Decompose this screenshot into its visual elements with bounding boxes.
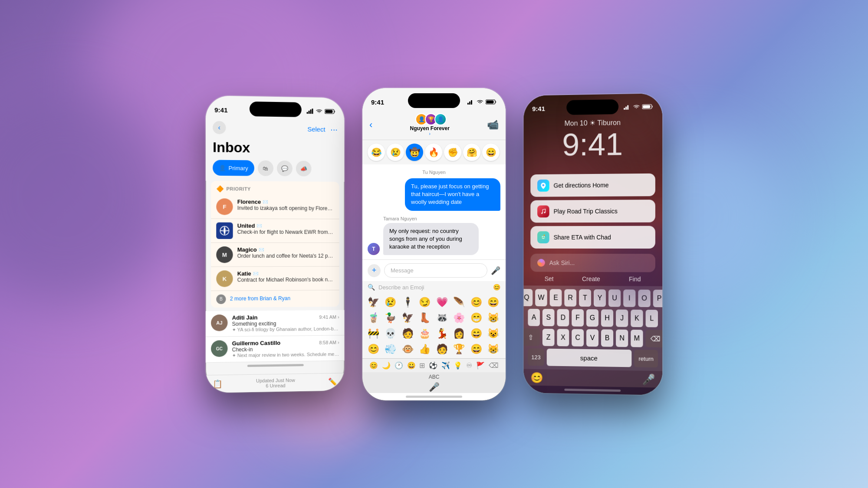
kbd-space[interactable]: space [546, 349, 631, 367]
kbd-j[interactable]: J [616, 309, 628, 327]
mail-compose-icon[interactable]: 📋 [213, 379, 222, 389]
siri-suggestion-directions[interactable]: Get directions Home [530, 174, 655, 197]
emoji-cell[interactable]: 👢 [418, 311, 432, 325]
siri-ask-bar[interactable]: Ask Siri... [530, 254, 655, 272]
kbd-l[interactable]: L [646, 310, 658, 328]
kbd-q[interactable]: Q [524, 289, 533, 306]
kbd-f[interactable]: F [572, 309, 584, 327]
messages-video-button[interactable]: 📹 [487, 119, 499, 130]
emoji-cell[interactable]: 😊 [469, 295, 483, 310]
kbd-shift[interactable]: ⇧ [524, 328, 540, 346]
emoji-cell[interactable]: 🦅 [400, 311, 415, 325]
mail-tab-primary[interactable]: 👤 Primary [213, 160, 254, 176]
emoji-toolbar-objects[interactable]: 💡 [454, 361, 462, 370]
kbd-k[interactable]: K [631, 310, 643, 327]
mail-tab-shopping[interactable]: 🛍 [258, 160, 273, 176]
emoji-toolbar-smiley[interactable]: 😊 [369, 361, 378, 370]
reaction-btn-5[interactable]: 🤗 [463, 144, 480, 161]
emoji-toolbar-moon[interactable]: 🌙 [382, 361, 391, 370]
reaction-btn-3[interactable]: 🔥 [425, 144, 442, 161]
mail-back-button[interactable]: ‹ [213, 121, 226, 134]
emoji-cell[interactable]: 😁 [469, 311, 483, 325]
mail-edit-icon[interactable]: ✏️ [328, 377, 338, 386]
message-mic-button[interactable]: 🎤 [491, 265, 500, 275]
mail-tab-promo[interactable]: 📣 [296, 160, 312, 176]
emoji-cell[interactable]: 🕴 [400, 295, 415, 310]
more-from-row[interactable]: B 2 more from Brian & Ryan [211, 290, 339, 308]
kbd-t[interactable]: T [579, 289, 591, 307]
kbd-v[interactable]: V [586, 329, 598, 347]
kbd-b[interactable]: B [601, 329, 613, 347]
message-input[interactable]: Message [384, 263, 487, 278]
mail-tab-chat[interactable]: 💬 [277, 160, 293, 176]
keyboard-mic-icon[interactable]: 🎤 [429, 382, 440, 392]
emoji-cell[interactable]: 🌸 [452, 311, 467, 325]
siri-suggestion-eta[interactable]: Share ETA with Chad [530, 226, 655, 249]
emoji-cell[interactable]: 🦝 [434, 311, 449, 325]
mail-more-button[interactable]: ··· [330, 124, 337, 134]
kbd-123[interactable]: 123 [528, 348, 544, 366]
kbd-e[interactable]: E [550, 289, 562, 306]
mail-item-aditi[interactable]: AJ Aditi Jain 9:41 AM › Something exciti… [206, 310, 345, 337]
emoji-cell[interactable]: 😄 [469, 342, 483, 357]
messages-back-button[interactable]: ‹ [369, 119, 372, 130]
emoji-cell[interactable]: 🧑 [434, 342, 449, 357]
reaction-btn-6[interactable]: 😄 [482, 144, 500, 161]
lock-mic-button[interactable]: 🎤 [642, 373, 655, 386]
kbd-delete[interactable]: ⌫ [646, 330, 663, 347]
kbd-g[interactable]: G [586, 309, 598, 327]
mail-item-united[interactable]: United ✉️ Check-in for flight to Newark … [211, 219, 339, 242]
emoji-cell[interactable]: 😺 [486, 326, 501, 341]
emoji-search-input[interactable]: Describe an Emoji [378, 284, 490, 290]
kbd-r[interactable]: R [564, 289, 576, 307]
emoji-cell[interactable]: 🐵 [400, 342, 415, 357]
emoji-cell[interactable]: 💀 [383, 326, 398, 341]
emoji-cell[interactable]: 💗 [434, 295, 449, 310]
mail-select-button[interactable]: Select [307, 125, 325, 132]
emoji-cell[interactable]: 😸 [486, 311, 501, 325]
emoji-cell[interactable]: 👩 [452, 326, 467, 341]
kbd-a[interactable]: A [528, 309, 540, 326]
siri-suggestion-music[interactable]: Play Road Trip Classics [530, 200, 655, 223]
emoji-cell[interactable]: 🧑 [400, 326, 415, 341]
siri-action-find[interactable]: Find [629, 275, 641, 282]
emoji-cell[interactable]: 😄 [486, 295, 501, 310]
emoji-toolbar-activity[interactable]: ⚽ [429, 361, 437, 370]
kbd-z[interactable]: Z [542, 329, 555, 346]
emoji-cell[interactable]: 🦅 [366, 295, 381, 310]
messages-group-info[interactable]: 👤 🏆 👤 Nguyen Forever › [410, 113, 449, 136]
emoji-cell[interactable]: 😏 [418, 295, 432, 310]
mail-item-guillermo[interactable]: GC Guillermo Castillo 8:58 AM › Check-in… [206, 335, 345, 363]
emoji-cell[interactable]: 🪶 [452, 295, 467, 310]
emoji-toolbar-symbols[interactable]: ⊞ [419, 361, 425, 370]
emoji-cell[interactable]: 🧋 [366, 311, 381, 325]
kbd-n[interactable]: N [616, 330, 628, 347]
emoji-cell[interactable]: 😸 [486, 342, 501, 357]
kbd-x[interactable]: X [557, 329, 569, 346]
message-add-button[interactable]: + [368, 264, 381, 277]
reaction-btn-1[interactable]: 😢 [387, 144, 404, 161]
emoji-cell[interactable]: 🚧 [366, 326, 381, 341]
emoji-toolbar-flags[interactable]: 🚩 [476, 361, 485, 370]
kbd-c[interactable]: C [572, 329, 584, 346]
emoji-cell[interactable]: 👍 [418, 342, 432, 357]
siri-action-set[interactable]: Set [545, 275, 554, 282]
emoji-cell[interactable]: 🏆 [452, 342, 467, 357]
emoji-toolbar-clock[interactable]: 🕐 [395, 361, 403, 370]
emoji-cell[interactable]: 🎂 [418, 326, 432, 341]
reaction-btn-0[interactable]: 😂 [368, 144, 385, 161]
siri-action-create[interactable]: Create [582, 275, 600, 282]
mail-item-katie[interactable]: K Katie ✉️ Contract for Michael Robinson… [211, 266, 339, 291]
kbd-m[interactable]: M [631, 330, 643, 347]
emoji-toolbar-delete[interactable]: ⌫ [489, 361, 499, 370]
kbd-return[interactable]: return [634, 350, 658, 367]
emoji-toolbar-emoji[interactable]: 😀 [407, 361, 416, 370]
emoji-cell[interactable]: 😄 [469, 326, 483, 341]
kbd-d[interactable]: D [557, 309, 569, 326]
emoji-cell[interactable]: 😢 [383, 295, 398, 310]
emoji-toolbar-travel[interactable]: ✈️ [441, 361, 450, 370]
reaction-btn-2[interactable]: 🤠 [406, 144, 423, 161]
emoji-cell[interactable]: 😊 [366, 342, 381, 357]
mail-item-florence[interactable]: F Florence ✉️ Invited to izakaya soft op… [211, 195, 339, 219]
mail-item-magico[interactable]: M Magico ✉️ Order lunch and coffee for N… [211, 242, 339, 266]
